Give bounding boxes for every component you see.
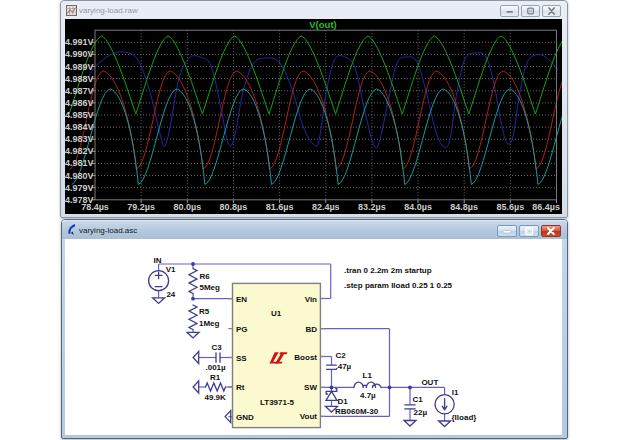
svg-text:IN: IN: [154, 256, 162, 265]
svg-text:RB060M-30: RB060M-30: [335, 407, 379, 416]
svg-text:4.985V: 4.985V: [65, 110, 94, 120]
svg-text:80.0µs: 80.0µs: [173, 202, 201, 212]
svg-text:5Meg: 5Meg: [200, 283, 221, 292]
svg-text:80.8µs: 80.8µs: [220, 202, 248, 212]
svg-text:R1: R1: [210, 373, 221, 382]
svg-text:GND: GND: [236, 413, 254, 422]
svg-text:.tran 0 2.2m 2m startup: .tran 0 2.2m 2m startup: [344, 266, 432, 275]
svg-text:SS: SS: [236, 354, 247, 363]
svg-text:4.980V: 4.980V: [65, 171, 94, 181]
svg-text:C1: C1: [413, 395, 424, 404]
svg-text:L1: L1: [363, 371, 373, 380]
svg-text:49.9K: 49.9K: [205, 393, 227, 402]
svg-text:22µ: 22µ: [414, 408, 428, 417]
svg-text:84.8µs: 84.8µs: [450, 202, 478, 212]
svg-text:78.4µs: 78.4µs: [81, 202, 109, 212]
svg-text:C3: C3: [212, 343, 223, 352]
svg-text:.47µ: .47µ: [336, 362, 352, 371]
svg-text:R6: R6: [200, 272, 211, 281]
svg-text:4.983V: 4.983V: [65, 134, 94, 144]
svg-text:79.2µs: 79.2µs: [127, 202, 155, 212]
svg-text:I1: I1: [452, 388, 459, 397]
svg-text:Rt: Rt: [236, 383, 245, 392]
svg-text:Vin: Vin: [305, 295, 317, 304]
svg-text:4.990V: 4.990V: [65, 49, 94, 59]
svg-text:4.988V: 4.988V: [65, 74, 94, 84]
svg-text:4.991V: 4.991V: [65, 37, 94, 47]
svg-text:84.0µs: 84.0µs: [404, 202, 432, 212]
svg-text:4.979V: 4.979V: [65, 183, 94, 193]
svg-text:83.2µs: 83.2µs: [358, 202, 386, 212]
svg-text:C2: C2: [336, 351, 347, 360]
svg-text:.step param Iload 0.25 1 0.25: .step param Iload 0.25 1 0.25: [344, 281, 453, 290]
svg-text:PG: PG: [236, 325, 248, 334]
svg-text:4.7µ: 4.7µ: [360, 391, 376, 400]
svg-text:1Meg: 1Meg: [199, 319, 220, 328]
svg-text:4.986V: 4.986V: [65, 98, 94, 108]
svg-text:D1: D1: [338, 397, 349, 406]
svg-text:OUT: OUT: [421, 378, 438, 387]
svg-text:4.989V: 4.989V: [65, 62, 94, 72]
svg-text:24: 24: [166, 290, 175, 299]
svg-text:V1: V1: [166, 265, 176, 274]
svg-text:81.6µs: 81.6µs: [266, 202, 294, 212]
svg-text:SW: SW: [304, 383, 317, 392]
svg-text:4.982V: 4.982V: [65, 146, 94, 156]
svg-text:R5: R5: [199, 307, 210, 316]
svg-text:{Iload}: {Iload}: [452, 413, 477, 422]
svg-text:4.984V: 4.984V: [65, 122, 94, 132]
svg-text:U1: U1: [271, 309, 282, 318]
svg-text:Vout: Vout: [300, 412, 318, 421]
svg-text:4.981V: 4.981V: [65, 158, 94, 168]
svg-text:86.4µs: 86.4µs: [532, 202, 560, 212]
svg-text:Boost: Boost: [294, 353, 317, 362]
svg-text:82.4µs: 82.4µs: [312, 202, 340, 212]
svg-text:V(out): V(out): [309, 19, 336, 30]
svg-text:.001µ: .001µ: [206, 363, 227, 372]
svg-text:4.987V: 4.987V: [65, 86, 94, 96]
svg-text:BD: BD: [305, 325, 317, 334]
svg-text:EN: EN: [236, 295, 247, 304]
svg-text:LT3971-5: LT3971-5: [260, 398, 295, 407]
svg-text:85.6µs: 85.6µs: [496, 202, 524, 212]
